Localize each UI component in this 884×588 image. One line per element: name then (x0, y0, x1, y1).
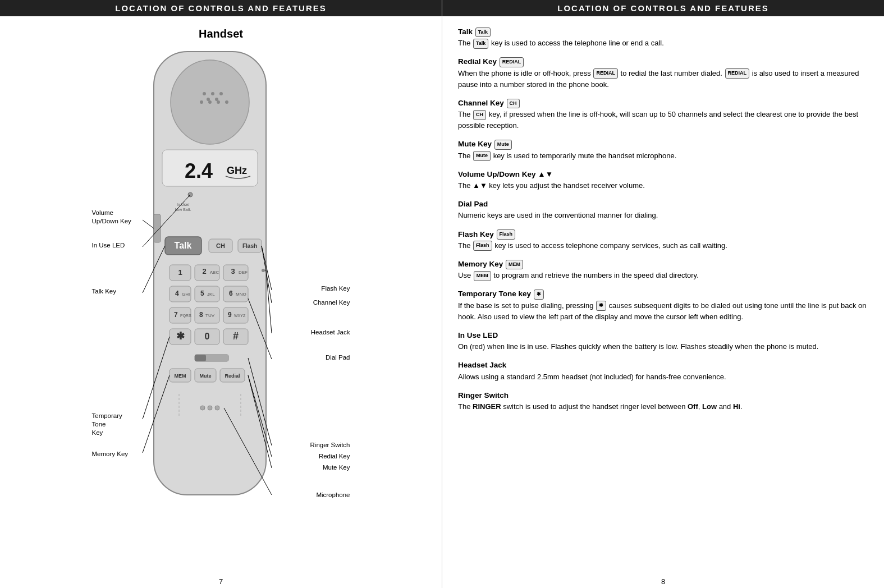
svg-text:0: 0 (204, 332, 209, 341)
volume-title: Volume Up/Down Key ▲▼ (458, 170, 553, 178)
feature-memory: Memory Key MEM Use MEM to program and re… (458, 259, 868, 281)
feature-inuseled: In Use LED On (red) when line is in use.… (458, 330, 868, 352)
page-1: LOCATION OF CONTROLS AND FEATURES Handse… (0, 0, 442, 588)
page-2: LOCATION OF CONTROLS AND FEATURES Talk T… (442, 0, 884, 588)
feature-dialpad: Dial Pad Numeric keys are used in the co… (458, 199, 868, 221)
flash-key-label: Flash Key (321, 284, 350, 293)
svg-point-67 (208, 406, 212, 410)
svg-point-68 (215, 406, 219, 410)
svg-text:DEF: DEF (239, 270, 248, 275)
talk-label: Talk Key (92, 287, 116, 296)
temp-tone-label: Temporary ToneKey (92, 412, 137, 437)
flash-body: The Flash key is used to access telephon… (458, 240, 868, 251)
svg-text:9: 9 (228, 311, 232, 319)
svg-text:7: 7 (174, 311, 178, 319)
dialpad-title: Dial Pad (458, 200, 488, 208)
headset-title: Headset Jack (458, 361, 506, 369)
svg-point-3 (211, 92, 214, 95)
svg-text:In Use/: In Use/ (176, 203, 189, 206)
svg-point-5 (207, 98, 210, 101)
svg-text:Low Batt.: Low Batt. (175, 208, 191, 212)
svg-text:6: 6 (229, 290, 233, 297)
page1-content: Handset (0, 16, 442, 573)
svg-point-7 (200, 100, 203, 104)
volume-label: VolumeUp/Down Key (92, 209, 131, 226)
page1-num: 7 (0, 573, 442, 588)
redial-body: When the phone is idle or off-hook, pres… (458, 68, 868, 90)
svg-point-6 (215, 98, 218, 101)
redial-key-label: Redial Key (319, 452, 350, 461)
svg-point-25 (262, 269, 265, 272)
dial-pad-label: Dial Pad (326, 353, 350, 362)
svg-text:5: 5 (200, 290, 204, 297)
svg-text:2.4: 2.4 (185, 159, 213, 182)
svg-point-9 (217, 100, 220, 104)
talk-body: The Talk key is used to access the telep… (458, 38, 868, 49)
svg-rect-59 (195, 355, 206, 361)
flash-badge: Flash (497, 229, 516, 240)
svg-point-66 (200, 406, 205, 410)
svg-text:#: # (232, 330, 238, 342)
flash-title: Flash Key (458, 230, 494, 238)
svg-text:✱: ✱ (176, 330, 184, 342)
feature-volume: Volume Up/Down Key ▲▼ The ▲▼ key lets yo… (458, 169, 868, 191)
memory-label: Memory Key (92, 450, 129, 458)
feature-headset: Headset Jack Allows using a standard 2.5… (458, 360, 868, 382)
svg-text:Flash: Flash (242, 243, 257, 249)
temptone-title: Temporary Tone key (458, 290, 533, 298)
ringer-title: Ringer Switch (458, 391, 509, 399)
feature-talk: Talk Talk The Talk key is used to access… (458, 26, 868, 49)
channel-key-label: Channel Key (313, 298, 350, 307)
headset-body: Allows using a standard 2.5mm headset (n… (458, 371, 868, 383)
svg-text:MEM: MEM (174, 373, 186, 379)
svg-point-8 (208, 100, 212, 104)
svg-text:Talk: Talk (174, 241, 191, 250)
svg-text:2: 2 (202, 267, 206, 275)
page1-header: LOCATION OF CONTROLS AND FEATURES (0, 0, 442, 16)
svg-text:WXYZ: WXYZ (234, 314, 246, 318)
svg-text:3: 3 (231, 267, 235, 275)
dialpad-body: Numeric keys are used in the conventiona… (458, 210, 868, 221)
svg-text:4: 4 (175, 290, 179, 297)
ringer-switch-label: Ringer Switch (310, 441, 350, 449)
feature-flash: Flash Key Flash The Flash key is used to… (458, 229, 868, 251)
svg-text:8: 8 (199, 311, 203, 319)
mute-badge: Mute (494, 140, 512, 150)
inuseled-body: On (red) when line is in use. Flashes qu… (458, 341, 868, 352)
redial-title: Redial Key (458, 57, 497, 66)
svg-text:Redial: Redial (225, 373, 240, 379)
svg-point-4 (219, 92, 223, 95)
ringer-body: The RINGER switch is used to adjust the … (458, 401, 868, 412)
svg-text:GHI: GHI (182, 292, 190, 297)
handset-diagram: 2.4 GHz In Use/ Low Batt. Talk (92, 46, 350, 506)
inuse-label: In Use LED (92, 241, 125, 250)
svg-point-2 (203, 92, 206, 95)
svg-line-78 (266, 270, 272, 333)
mute-body: The Mute key is used to temporarily mute… (458, 150, 868, 162)
headset-jack-label: Headset Jack (311, 328, 350, 337)
page2-content: Talk Talk The Talk key is used to access… (442, 16, 884, 573)
svg-text:CH: CH (216, 242, 225, 249)
page2-num: 8 (442, 573, 884, 588)
handset-title: Handset (199, 27, 243, 40)
inuseled-title: In Use LED (458, 331, 498, 339)
feature-channel: Channel Key CH The CH key, if pressed wh… (458, 98, 868, 132)
talk-badge: Talk (475, 27, 491, 38)
svg-text:Mute: Mute (199, 373, 211, 379)
channel-body: The CH key, if pressed when the line is … (458, 109, 868, 131)
svg-text:GHz: GHz (227, 165, 247, 176)
talk-title: Talk (458, 27, 473, 36)
svg-text:MNO: MNO (236, 292, 246, 297)
svg-text:1: 1 (178, 268, 182, 277)
volume-body: The ▲▼ key lets you adjust the handset r… (458, 180, 868, 191)
microphone-label: Microphone (316, 491, 350, 499)
temptone-badge: ✱ (534, 290, 544, 300)
feature-ringer: Ringer Switch The RINGER switch is used … (458, 390, 868, 412)
svg-point-10 (225, 100, 228, 104)
feature-mute: Mute Key Mute The Mute key is used to te… (458, 139, 868, 161)
svg-text:ABC: ABC (209, 270, 219, 275)
svg-text:JKL: JKL (207, 292, 215, 297)
mute-title: Mute Key (458, 140, 492, 148)
mute-key-label: Mute Key (323, 463, 350, 472)
svg-line-71 (143, 220, 154, 228)
